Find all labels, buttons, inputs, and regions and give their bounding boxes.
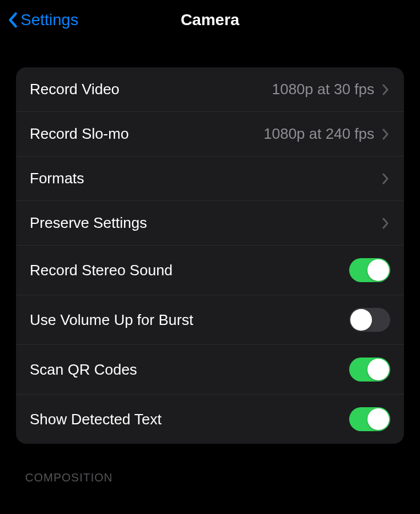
row-show-detected-text: Show Detected Text (16, 395, 404, 444)
row-label: Preserve Settings (30, 214, 382, 232)
row-label: Show Detected Text (30, 411, 349, 428)
page-title: Camera (181, 11, 239, 29)
toggle-knob (350, 309, 372, 331)
row-label: Record Stereo Sound (30, 262, 349, 279)
row-value: 1080p at 240 fps (263, 125, 374, 143)
chevron-right-icon (382, 172, 390, 185)
row-value: 1080p at 30 fps (272, 81, 374, 98)
settings-list: Record Video 1080p at 30 fps Record Slo-… (16, 67, 404, 444)
row-record-slomo[interactable]: Record Slo-mo 1080p at 240 fps (16, 112, 404, 156)
row-record-stereo-sound: Record Stereo Sound (16, 246, 404, 295)
toggle-volume-up-burst[interactable] (349, 308, 390, 332)
toggle-knob (367, 259, 389, 281)
row-label: Formats (30, 170, 382, 187)
section-header-composition: COMPOSITION (25, 471, 395, 484)
row-record-video[interactable]: Record Video 1080p at 30 fps (16, 67, 404, 112)
row-volume-up-burst: Use Volume Up for Burst (16, 295, 404, 345)
row-scan-qr-codes: Scan QR Codes (16, 345, 404, 395)
row-formats[interactable]: Formats (16, 156, 404, 201)
back-button[interactable]: Settings (7, 11, 78, 29)
back-label: Settings (21, 11, 78, 29)
row-label: Record Video (30, 81, 272, 98)
chevron-right-icon (382, 217, 390, 230)
row-label: Use Volume Up for Burst (30, 311, 349, 329)
toggle-knob (367, 408, 389, 430)
toggle-show-detected-text[interactable] (349, 407, 390, 431)
chevron-left-icon (7, 11, 18, 29)
chevron-right-icon (382, 83, 390, 96)
toggle-scan-qr-codes[interactable] (349, 358, 390, 382)
row-preserve-settings[interactable]: Preserve Settings (16, 201, 404, 246)
toggle-record-stereo-sound[interactable] (349, 258, 390, 282)
nav-bar: Settings Camera (0, 0, 420, 40)
toggle-knob (367, 359, 389, 380)
row-label: Scan QR Codes (30, 361, 349, 379)
chevron-right-icon (382, 128, 390, 140)
row-label: Record Slo-mo (30, 125, 263, 143)
